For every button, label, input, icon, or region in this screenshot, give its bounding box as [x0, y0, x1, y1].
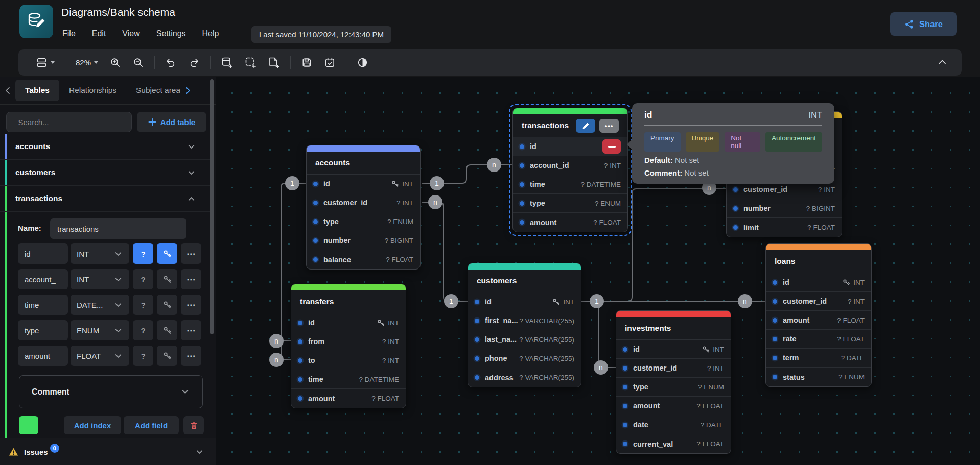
field-more-button[interactable]: ⋯: [181, 243, 201, 264]
field-more-button[interactable]: ⋯: [181, 295, 201, 315]
save-button[interactable]: [301, 57, 313, 68]
primary-key-toggle[interactable]: [157, 295, 177, 315]
field-row-from[interactable]: from? INT: [291, 332, 406, 351]
field-row-type[interactable]: type? ENUM: [513, 194, 627, 213]
field-row-account_id[interactable]: account_id? INT: [513, 156, 627, 175]
add-field-button[interactable]: Add field: [124, 416, 179, 434]
field-name-input[interactable]: account_: [18, 269, 68, 289]
field-name-input[interactable]: id: [18, 243, 68, 264]
field-row-rate[interactable]: rate? FLOAT: [766, 330, 871, 349]
add-note-tool-button[interactable]: [268, 56, 280, 68]
field-more-button[interactable]: ⋯: [181, 269, 201, 289]
field-name-input[interactable]: type: [18, 320, 68, 340]
field-type-select[interactable]: INT: [71, 269, 129, 289]
field-type-select[interactable]: ENUM: [71, 320, 129, 340]
zoom-level-dropdown[interactable]: 82%: [76, 58, 98, 67]
field-row-term[interactable]: term? DATE: [766, 349, 871, 368]
table-more-button[interactable]: •••: [599, 119, 619, 133]
canvas-table-customers[interactable]: customersidINTfirst_na...? VARCHAR(255)l…: [468, 263, 581, 387]
field-type-select[interactable]: INT: [71, 243, 129, 264]
field-row-amount[interactable]: amount? FLOAT: [513, 213, 627, 232]
field-row-customer_id[interactable]: customer_id? INT: [766, 292, 871, 311]
zoom-out-button[interactable]: [132, 57, 144, 68]
view-mode-button[interactable]: [36, 57, 55, 68]
expand-toggle[interactable]: [186, 168, 196, 178]
field-name-input[interactable]: amount: [18, 346, 68, 366]
menu-edit[interactable]: Edit: [92, 29, 106, 38]
nullable-toggle[interactable]: ?: [133, 320, 153, 340]
field-row-amount[interactable]: amount? FLOAT: [616, 397, 731, 415]
field-row-date[interactable]: date? DATE: [616, 415, 731, 434]
field-row-first_na[interactable]: first_na...? VARCHAR(255): [468, 311, 581, 330]
commit-button[interactable]: [324, 57, 336, 68]
field-row-id[interactable]: idINT: [291, 313, 406, 332]
chevron-down-icon[interactable]: [195, 447, 204, 457]
canvas-table-investments[interactable]: investmentsidINTcustomer_id? INTtype? EN…: [616, 310, 731, 454]
relationship-customers_id-investments_customer_id[interactable]: [581, 301, 616, 368]
field-row-id[interactable]: idINT: [307, 175, 420, 193]
diagram-canvas[interactable]: 1nn11nn1nnn accountsidINTcustomer_id? IN…: [216, 77, 980, 465]
issues-bar[interactable]: Issues 0: [0, 438, 216, 465]
table-search[interactable]: [6, 112, 132, 132]
field-row-balance[interactable]: balance? FLOAT: [307, 250, 420, 269]
tab-relationships[interactable]: Relationships: [59, 80, 126, 101]
sidebar-table-item-transactions[interactable]: transactions: [0, 186, 211, 212]
primary-key-toggle[interactable]: [157, 243, 177, 264]
field-type-select[interactable]: FLOAT: [71, 346, 129, 366]
sidebar-scrollbar[interactable]: [210, 79, 214, 334]
nullable-toggle[interactable]: ?: [133, 346, 153, 366]
field-row-time[interactable]: time? DATETIME: [513, 175, 627, 194]
theme-toggle-button[interactable]: [357, 57, 368, 68]
field-row-to[interactable]: to? INT: [291, 351, 406, 370]
expand-toggle[interactable]: [186, 142, 196, 152]
field-row-id[interactable]: idINT: [468, 292, 581, 311]
menu-help[interactable]: Help: [202, 29, 219, 38]
sidebar-table-item-customers[interactable]: customers: [0, 160, 211, 186]
field-row-type[interactable]: type? ENUM: [616, 378, 731, 397]
field-row-address[interactable]: address? VARCHAR(255): [468, 368, 581, 387]
redo-button[interactable]: [188, 57, 200, 68]
field-name-input[interactable]: time: [18, 295, 68, 315]
primary-key-toggle[interactable]: [157, 269, 177, 289]
add-table-tool-button[interactable]: [221, 56, 233, 68]
field-row-last_na[interactable]: last_na...? VARCHAR(255): [468, 330, 581, 349]
field-row-id[interactable]: id: [513, 137, 627, 156]
tabs-scroll-right[interactable]: [180, 86, 195, 95]
share-button[interactable]: Share: [890, 12, 957, 36]
nullable-toggle[interactable]: ?: [133, 295, 153, 315]
field-row-time[interactable]: time? DATETIME: [291, 370, 406, 389]
field-row-type[interactable]: type? ENUM: [307, 212, 420, 231]
menu-file[interactable]: File: [62, 29, 76, 38]
menu-view[interactable]: View: [122, 29, 139, 38]
field-row-current_val[interactable]: current_val? FLOAT: [616, 434, 731, 453]
table-color-swatch[interactable]: [19, 416, 38, 434]
nullable-toggle[interactable]: ?: [133, 269, 153, 289]
field-row-id[interactable]: idINT: [766, 273, 871, 292]
field-row-amount[interactable]: amount? FLOAT: [766, 311, 871, 330]
tabs-scroll-left[interactable]: [0, 86, 15, 95]
add-table-button[interactable]: Add table: [137, 112, 206, 132]
field-row-status[interactable]: status? ENUM: [766, 368, 871, 386]
nullable-toggle[interactable]: ?: [133, 243, 153, 264]
primary-key-toggle[interactable]: [157, 346, 177, 366]
comment-section[interactable]: Comment: [19, 375, 203, 408]
delete-field-button[interactable]: [602, 139, 621, 154]
field-row-limit[interactable]: limit? FLOAT: [727, 218, 842, 237]
field-row-number[interactable]: number? BIGINT: [727, 199, 842, 218]
canvas-table-loans[interactable]: loansidINTcustomer_id? INTamount? FLOATr…: [765, 243, 872, 387]
undo-button[interactable]: [165, 57, 177, 68]
field-row-phone[interactable]: phone? VARCHAR(255): [468, 349, 581, 368]
expand-toggle[interactable]: [186, 194, 196, 204]
edit-table-button[interactable]: [576, 119, 595, 133]
field-row-customer_id[interactable]: customer_id? INT: [307, 193, 420, 212]
field-more-button[interactable]: ⋯: [181, 320, 201, 340]
add-index-button[interactable]: Add index: [64, 416, 121, 434]
sidebar-table-item-accounts[interactable]: accounts: [0, 134, 211, 160]
field-more-button[interactable]: ⋯: [181, 346, 201, 366]
field-row-id[interactable]: idINT: [616, 340, 731, 359]
zoom-in-button[interactable]: [109, 57, 121, 68]
field-row-amount[interactable]: amount? FLOAT: [291, 389, 406, 408]
table-name-input[interactable]: [50, 218, 186, 239]
app-logo[interactable]: [19, 5, 53, 38]
tab-subject-areas[interactable]: Subject areas: [126, 80, 180, 101]
